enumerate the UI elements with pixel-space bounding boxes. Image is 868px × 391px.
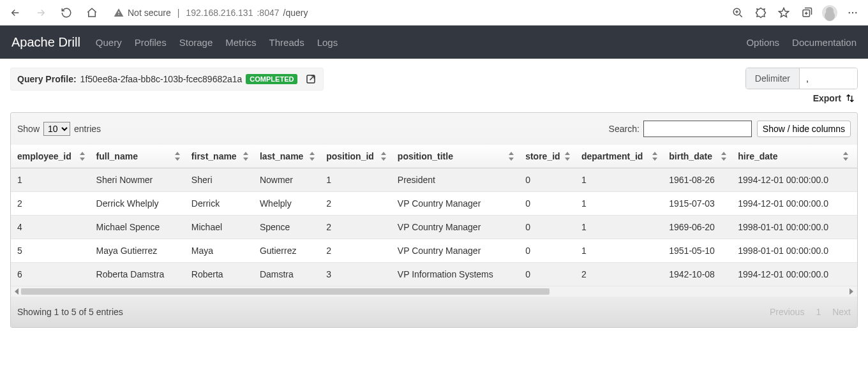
zoom-icon[interactable] <box>728 3 748 23</box>
table-row: 6Roberta DamstraRobertaDamstra3VP Inform… <box>11 263 857 286</box>
cell-position_id: 1 <box>320 168 391 192</box>
warning-icon <box>114 8 124 18</box>
profile-icon[interactable] <box>819 3 840 23</box>
forward-button[interactable] <box>31 3 51 23</box>
table-row: 4Michael SpenceMichaelSpence2VP Country … <box>11 216 857 239</box>
cell-position_id: 2 <box>320 216 391 239</box>
cell-department_id: 1 <box>575 168 662 192</box>
results-table: employee_id full_name first_name last_na… <box>11 145 857 286</box>
horizontal-scrollbar[interactable] <box>11 286 857 297</box>
sort-icon <box>380 152 386 161</box>
delimiter-input[interactable] <box>800 68 857 89</box>
more-icon[interactable] <box>842 3 863 23</box>
brand[interactable]: Apache Drill <box>11 35 80 50</box>
cell-birth_date: 1969-06-20 <box>662 216 731 239</box>
app-navbar: Apache Drill Query Profiles Storage Metr… <box>0 26 868 59</box>
sort-icon <box>842 152 848 161</box>
sort-icon <box>651 152 657 161</box>
scroll-right-icon <box>849 288 853 295</box>
scrollbar-thumb[interactable] <box>21 288 550 295</box>
col-hire_date[interactable]: hire_date <box>731 145 853 168</box>
profile-label: Query Profile: <box>17 74 77 84</box>
tracking-icon[interactable] <box>751 3 771 23</box>
cell-birth_date: 1951-05-10 <box>662 239 731 263</box>
cell-employee_id: 4 <box>11 216 90 239</box>
favorites-icon[interactable] <box>774 3 794 23</box>
nav-profiles[interactable]: Profiles <box>135 37 167 48</box>
next-button[interactable]: Next <box>832 307 851 317</box>
entries-select[interactable]: 10 <box>43 122 70 136</box>
col-sa[interactable]: sa <box>853 145 857 168</box>
cell-full_name: Derrick Whelply <box>90 192 185 216</box>
cell-full_name: Michael Spence <box>90 216 185 239</box>
sort-icon <box>564 152 570 161</box>
home-button[interactable] <box>82 3 102 23</box>
cell-sa: 40 <box>853 192 857 216</box>
nav-query[interactable]: Query <box>96 37 122 48</box>
cell-hire_date: 1994-12-01 00:00:00.0 <box>731 168 853 192</box>
show-hide-columns-button[interactable]: Show / hide columns <box>757 121 851 137</box>
col-last_name[interactable]: last_name <box>253 145 320 168</box>
cell-position_title: VP Country Manager <box>391 216 519 239</box>
cell-employee_id: 2 <box>11 192 90 216</box>
refresh-button[interactable] <box>56 3 77 23</box>
col-position_title[interactable]: position_title <box>391 145 519 168</box>
col-store_id[interactable]: store_id <box>519 145 575 168</box>
cell-sa: 35 <box>853 239 857 263</box>
cell-birth_date: 1961-08-26 <box>662 168 731 192</box>
page-number[interactable]: 1 <box>812 306 825 318</box>
col-birth_date[interactable]: birth_date <box>662 145 731 168</box>
collections-icon[interactable] <box>797 3 817 23</box>
status-badge: COMPLETED <box>246 74 297 84</box>
col-employee_id[interactable]: employee_id <box>11 145 90 168</box>
security-label: Not secure <box>128 8 171 18</box>
sort-icon <box>507 152 514 161</box>
cell-last_name: Nowmer <box>253 168 320 192</box>
cell-hire_date: 1998-01-01 00:00:00.0 <box>731 239 853 263</box>
cell-first_name: Maya <box>185 239 253 263</box>
cell-full_name: Maya Gutierrez <box>90 239 185 263</box>
cell-position_title: VP Country Manager <box>391 239 519 263</box>
cell-last_name: Whelply <box>253 192 320 216</box>
col-first_name[interactable]: first_name <box>185 145 253 168</box>
cell-last_name: Gutierrez <box>253 239 320 263</box>
open-external-icon[interactable] <box>305 73 317 85</box>
cell-position_id: 3 <box>320 263 391 286</box>
cell-hire_date: 1994-12-01 00:00:00.0 <box>731 263 853 286</box>
url-path: /query <box>283 8 308 18</box>
cell-store_id: 0 <box>519 263 575 286</box>
sort-icon <box>845 93 855 103</box>
cell-store_id: 0 <box>519 192 575 216</box>
table-row: 5Maya GutierrezMayaGutierrez2VP Country … <box>11 239 857 263</box>
cell-position_title: VP Country Manager <box>391 192 519 216</box>
cell-first_name: Sheri <box>185 168 253 192</box>
sort-icon <box>720 152 726 161</box>
cell-position_title: VP Information Systems <box>391 263 519 286</box>
address-separator: | <box>177 8 180 18</box>
nav-logs[interactable]: Logs <box>317 37 338 48</box>
prev-button[interactable]: Previous <box>770 307 804 317</box>
col-full_name[interactable]: full_name <box>90 145 185 168</box>
col-position_id[interactable]: position_id <box>320 145 391 168</box>
cell-position_title: President <box>391 168 519 192</box>
cell-store_id: 0 <box>519 216 575 239</box>
nav-options[interactable]: Options <box>746 37 779 48</box>
cell-full_name: Roberta Damstra <box>90 263 185 286</box>
svg-point-4 <box>855 11 857 13</box>
cell-birth_date: 1942-10-08 <box>662 263 731 286</box>
search-input[interactable] <box>643 121 752 137</box>
cell-department_id: 1 <box>575 239 662 263</box>
sort-icon <box>308 152 315 161</box>
nav-metrics[interactable]: Metrics <box>225 37 256 48</box>
nav-threads[interactable]: Threads <box>269 37 304 48</box>
show-label-post: entries <box>74 124 101 134</box>
cell-first_name: Roberta <box>185 263 253 286</box>
nav-storage[interactable]: Storage <box>179 37 213 48</box>
back-button[interactable] <box>5 3 26 23</box>
address-bar[interactable]: Not secure | 192.168.216.131:8047/query <box>107 3 722 23</box>
export-button[interactable]: Export <box>813 93 858 103</box>
cell-sa: 80 <box>853 168 857 192</box>
nav-documentation[interactable]: Documentation <box>792 37 857 48</box>
cell-sa: 25 <box>853 263 857 286</box>
col-department_id[interactable]: department_id <box>575 145 662 168</box>
